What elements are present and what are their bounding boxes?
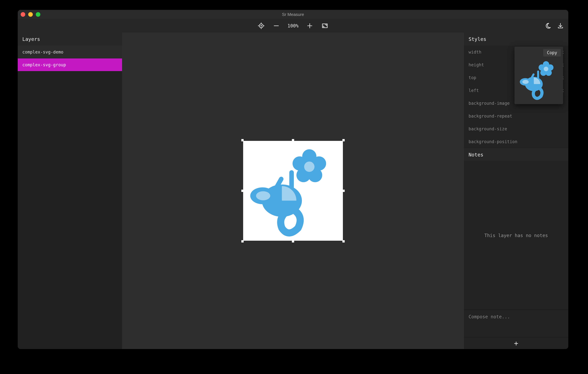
zoom-level: 100% [287, 23, 298, 29]
style-key: height [469, 62, 484, 67]
app-window: Sr Measure 100% [18, 10, 568, 349]
window-title: Sr Measure [18, 12, 568, 17]
add-note-button[interactable]: + [514, 340, 518, 347]
style-key: left [469, 88, 479, 93]
notes-empty-text: This layer has no notes [464, 161, 568, 310]
background-image-popover: Copy [514, 47, 563, 104]
style-key: background-size [469, 127, 507, 131]
style-row[interactable]: background-position [464, 135, 568, 148]
layer-label: complex-svg-group [22, 62, 66, 67]
artboard[interactable] [243, 141, 343, 241]
style-row[interactable]: background-repeat [464, 110, 568, 122]
style-key: width [469, 50, 481, 54]
zoom-out-button[interactable] [272, 22, 280, 30]
svg-point-20 [256, 191, 270, 200]
center-target-icon[interactable] [257, 22, 265, 30]
background-image-preview [516, 57, 562, 102]
svg-point-1 [261, 25, 262, 26]
notes-panel: This layer has no notes Compose note... … [464, 161, 568, 349]
style-key: background-position [469, 139, 517, 144]
notes-header: Notes [464, 148, 568, 161]
style-key: background-image [469, 101, 510, 106]
compose-note-input[interactable]: Compose note... [464, 310, 568, 337]
inspector-panel: Styles width309px height309px top0px lef… [464, 32, 568, 349]
layer-item-selected[interactable]: complex-svg-group [18, 58, 122, 71]
layers-header: Layers [18, 32, 122, 46]
dark-mode-icon[interactable] [544, 22, 552, 30]
download-icon[interactable] [556, 22, 564, 30]
style-row[interactable]: background-size [464, 122, 568, 135]
style-key: top [469, 75, 476, 80]
fit-to-screen-icon[interactable] [321, 22, 329, 30]
svg-point-26 [544, 67, 548, 71]
artwork-bee-flower-icon [243, 141, 343, 241]
styles-header: Styles [464, 32, 568, 46]
titlebar: Sr Measure [18, 10, 568, 19]
layers-panel: Layers complex-svg-demo complex-svg-grou… [18, 32, 122, 349]
zoom-in-button[interactable] [306, 22, 314, 30]
toolbar: 100% [18, 19, 568, 32]
layer-label: complex-svg-demo [22, 50, 63, 54]
layer-item[interactable]: complex-svg-demo [18, 46, 122, 58]
style-key: background-repeat [469, 114, 512, 118]
svg-point-31 [522, 80, 529, 84]
svg-point-15 [304, 161, 315, 172]
canvas[interactable] [122, 32, 464, 349]
add-note-bar: + [464, 337, 568, 349]
copy-button[interactable]: Copy [543, 49, 561, 56]
